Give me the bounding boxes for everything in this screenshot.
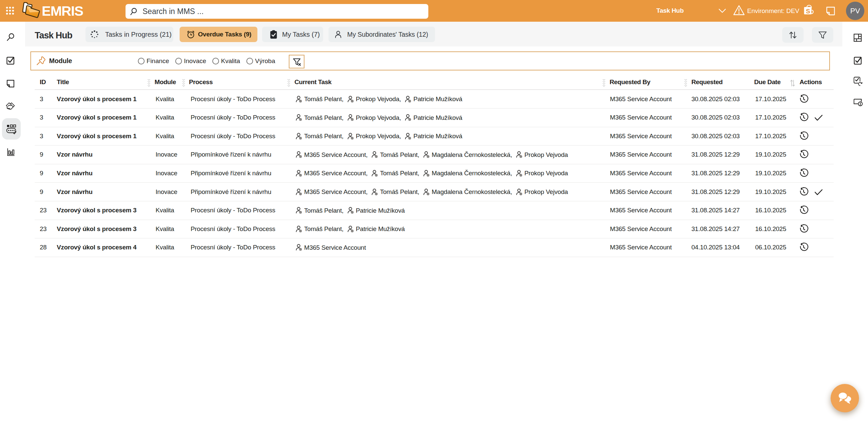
svg-text:S: S	[806, 8, 810, 15]
